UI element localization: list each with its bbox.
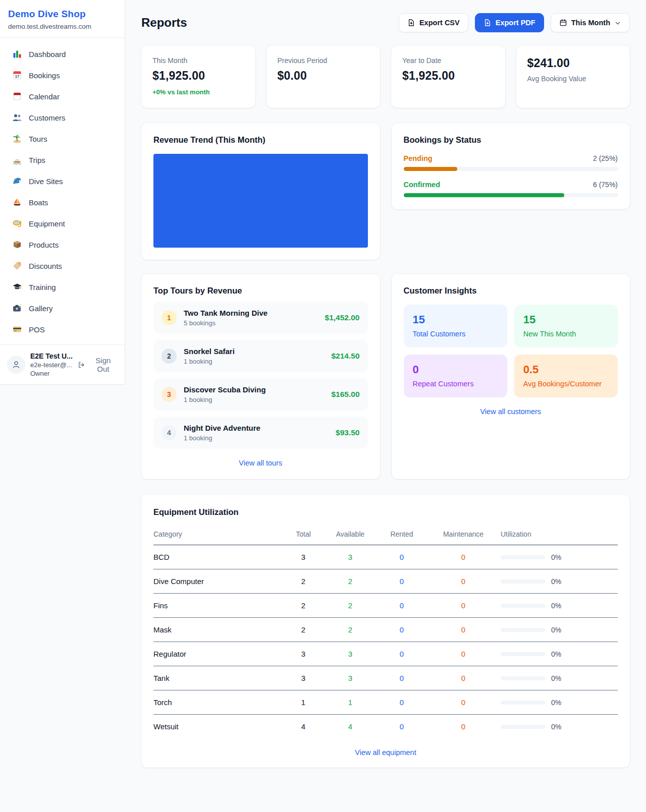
export-csv-button[interactable]: Export CSV bbox=[399, 13, 468, 32]
cell-maintenance: 0 bbox=[426, 553, 501, 561]
tour-name: Discover Scuba Diving bbox=[184, 385, 266, 394]
tour-revenue: $214.50 bbox=[331, 352, 359, 361]
equipment-utilization-title: Equipment Utilization bbox=[153, 507, 618, 517]
sidebar-item-boats[interactable]: Boats bbox=[5, 192, 120, 212]
sidebar-item-label: Boats bbox=[29, 198, 48, 207]
utilization-track bbox=[501, 579, 545, 584]
sidebar-item-dashboard[interactable]: Dashboard bbox=[5, 44, 120, 64]
stat-card-previous-period: Previous Period $0.00 bbox=[266, 45, 381, 108]
stat-label: This Month bbox=[152, 56, 244, 65]
customers-icon bbox=[12, 112, 22, 123]
sidebar-item-dive-sites[interactable]: Dive Sites bbox=[5, 171, 120, 191]
status-value: 2 (25%) bbox=[593, 154, 618, 162]
bookings-by-status-card: Bookings by Status Pending 2 (25%) Confi… bbox=[392, 123, 630, 209]
tile-label: Avg Bookings/Customer bbox=[523, 380, 609, 388]
cell-category: BCD bbox=[153, 553, 284, 561]
sidebar-item-equipment[interactable]: Equipment bbox=[5, 213, 120, 234]
page-title: Reports bbox=[141, 16, 187, 30]
utilization-track bbox=[501, 676, 545, 680]
utilization-label: 0% bbox=[551, 553, 561, 561]
sidebar-item-customers[interactable]: Customers bbox=[5, 107, 120, 128]
bookings-calendar-icon: 17 bbox=[12, 70, 22, 80]
tour-name: Two Tank Morning Dive bbox=[184, 309, 267, 317]
shop-name: Demo Dive Shop bbox=[8, 9, 117, 20]
top-tours-title: Top Tours by Revenue bbox=[153, 286, 368, 296]
cell-rented: 0 bbox=[378, 577, 426, 586]
status-row-confirmed: Confirmed 6 (75%) bbox=[404, 181, 618, 197]
utilization-track bbox=[501, 725, 545, 729]
credit-card-icon bbox=[12, 324, 22, 334]
file-download-icon bbox=[483, 19, 492, 27]
utilization-label: 0% bbox=[551, 650, 561, 658]
view-all-customers-link[interactable]: View all customers bbox=[404, 408, 618, 416]
insight-tile-total-customers: 15 Total Customers bbox=[404, 305, 507, 347]
sidebar-item-calendar[interactable]: Calendar bbox=[5, 86, 120, 106]
revenue-trend-title: Revenue Trend (This Month) bbox=[153, 135, 368, 145]
tile-label: New This Month bbox=[523, 330, 609, 338]
sidebar-item-label: Equipment bbox=[29, 219, 65, 228]
tour-revenue: $1,452.00 bbox=[325, 313, 360, 322]
cell-utilization: 0% bbox=[501, 723, 618, 731]
sidebar-item-discounts[interactable]: Discounts bbox=[5, 256, 120, 276]
cell-available: 4 bbox=[323, 722, 378, 731]
rank-badge: 4 bbox=[162, 425, 177, 440]
tour-list-item[interactable]: 1 Two Tank Morning Dive 5 bookings $1,45… bbox=[153, 302, 368, 334]
cell-category: Dive Computer bbox=[153, 577, 284, 586]
sidebar-item-products[interactable]: Products bbox=[5, 235, 120, 255]
sidebar-item-label: Trips bbox=[29, 156, 45, 164]
sidebar-item-pos[interactable]: POS bbox=[5, 319, 120, 339]
user-email: e2e-tester@... bbox=[30, 361, 72, 369]
column-header-category: Category bbox=[153, 530, 284, 538]
cell-available: 2 bbox=[323, 577, 378, 586]
stat-card-avg-booking-value: $241.00 Avg Booking Value bbox=[516, 45, 630, 108]
progress-fill bbox=[404, 193, 564, 197]
customer-insights-card: Customer Insights 15 Total Customers 15 … bbox=[392, 274, 630, 479]
tour-bookings: 1 booking bbox=[184, 358, 235, 365]
svg-text:17: 17 bbox=[15, 74, 19, 79]
equipment-table: Category Total Available Rented Maintena… bbox=[153, 524, 618, 738]
sidebar-item-gallery[interactable]: Gallery bbox=[5, 298, 120, 318]
view-all-tours-link[interactable]: View all tours bbox=[153, 459, 368, 467]
user-name: E2E Test U... bbox=[30, 352, 72, 360]
tour-list-item[interactable]: 4 Night Dive Adventure 1 booking $93.50 bbox=[153, 417, 368, 449]
sidebar-item-label: Discounts bbox=[29, 262, 62, 270]
cell-category: Fins bbox=[153, 601, 284, 610]
utilization-track bbox=[501, 604, 545, 608]
view-all-equipment-link[interactable]: View all equipment bbox=[153, 748, 618, 757]
sidebar-item-label: Bookings bbox=[29, 71, 60, 80]
tour-list-item[interactable]: 2 Snorkel Safari 1 booking $214.50 bbox=[153, 340, 368, 372]
sidebar-item-bookings[interactable]: 17Bookings bbox=[5, 65, 120, 85]
sidebar-item-label: Dive Sites bbox=[29, 177, 63, 186]
camera-icon bbox=[12, 303, 22, 313]
tour-list-item[interactable]: 3 Discover Scuba Diving 1 booking $165.0… bbox=[153, 378, 368, 411]
cell-available: 2 bbox=[323, 625, 378, 634]
sidebar-item-tours[interactable]: Tours bbox=[5, 129, 120, 149]
period-dropdown[interactable]: This Month bbox=[551, 13, 630, 32]
status-head: Pending 2 (25%) bbox=[404, 154, 618, 162]
sailboat-icon bbox=[12, 197, 22, 207]
avatar bbox=[7, 356, 25, 374]
sidebar-item-training[interactable]: Training bbox=[5, 277, 120, 297]
cell-rented: 0 bbox=[378, 625, 426, 634]
stat-label: Previous Period bbox=[278, 56, 369, 65]
sidebar-item-trips[interactable]: Trips bbox=[5, 150, 120, 170]
wave-icon bbox=[12, 176, 22, 186]
stat-value: $1,925.00 bbox=[152, 69, 244, 83]
chevron-down-icon bbox=[614, 19, 621, 26]
export-pdf-button[interactable]: Export PDF bbox=[475, 13, 544, 32]
sidebar-item-label: Training bbox=[29, 283, 56, 292]
cell-maintenance: 0 bbox=[426, 722, 501, 731]
column-header-maintenance: Maintenance bbox=[426, 530, 501, 538]
insights-grid: 15 Total Customers 15 New This Month 0 R… bbox=[404, 305, 618, 397]
tour-bookings: 1 booking bbox=[184, 396, 266, 403]
calendar-outline-icon bbox=[559, 19, 567, 27]
person-icon bbox=[11, 360, 21, 370]
sign-out-button[interactable]: Sign Out bbox=[77, 356, 118, 373]
revenue-trend-card: Revenue Trend (This Month) bbox=[141, 123, 380, 260]
top-tours-card: Top Tours by Revenue 1 Two Tank Morning … bbox=[141, 274, 380, 479]
cell-maintenance: 0 bbox=[426, 674, 501, 682]
status-row-pending: Pending 2 (25%) bbox=[404, 154, 618, 171]
utilization-track bbox=[501, 628, 545, 632]
tour-info: Two Tank Morning Dive 5 bookings bbox=[184, 309, 267, 327]
stat-card-year-to-date: Year to Date $1,925.00 bbox=[391, 45, 505, 108]
